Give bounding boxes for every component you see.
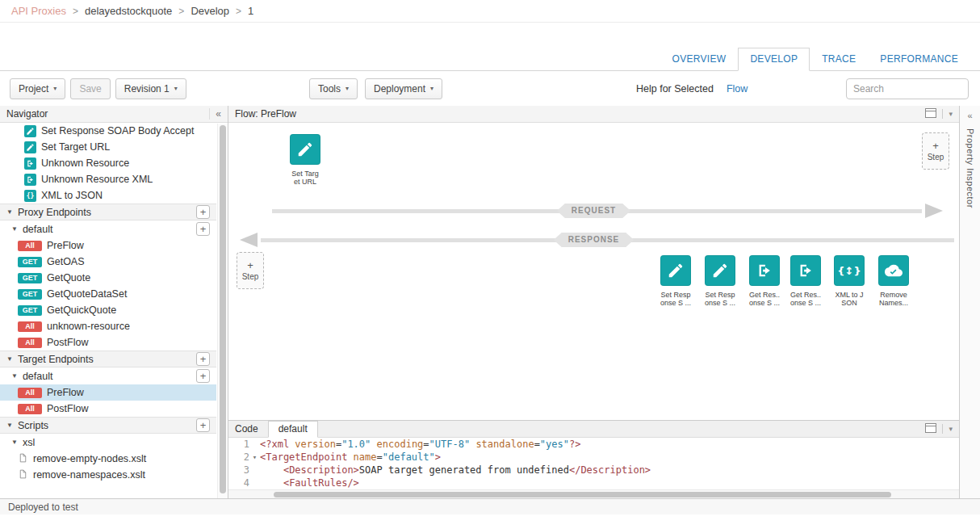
proxy-flow-getquickquote[interactable]: GET GetQuickQuote bbox=[0, 302, 216, 318]
breadcrumb-separator: > bbox=[178, 6, 184, 17]
group-target-default[interactable]: ▼ default + bbox=[0, 367, 216, 384]
group-scripts-xsl[interactable]: ▼ xsl bbox=[0, 434, 216, 451]
flow-canvas: Set Targ et URL + Step REQUEST bbox=[228, 123, 959, 420]
navigator-list: Set Response SOAP Body Accept Set Target… bbox=[0, 123, 228, 498]
fold-marker-icon bbox=[249, 477, 260, 489]
help-flow-link[interactable]: Flow bbox=[727, 83, 748, 94]
step-label: Set Targ et URL bbox=[285, 170, 325, 186]
triangle-down-icon[interactable]: ▼ bbox=[11, 439, 18, 446]
line-number: 4 bbox=[228, 477, 249, 489]
flow-step-get-response-2[interactable]: Get Res.. onse S ... bbox=[785, 255, 826, 307]
scrollbar-thumb[interactable] bbox=[220, 125, 226, 493]
layout-panels-icon[interactable] bbox=[925, 423, 936, 435]
response-label: RESPONSE bbox=[554, 233, 634, 247]
expand-left-icon[interactable]: « bbox=[967, 111, 972, 120]
add-step-button-response[interactable]: + Step bbox=[237, 252, 264, 289]
target-flow-postflow[interactable]: All PostFlow bbox=[0, 401, 216, 417]
layout-panels-icon[interactable] bbox=[925, 108, 936, 120]
triangle-down-icon[interactable]: ▼ bbox=[6, 208, 13, 216]
flow-step-remove-namespaces[interactable]: Remove Names... bbox=[873, 255, 914, 307]
navigator-title: Navigator bbox=[6, 108, 48, 120]
navigator-panel: Navigator « Set Response SOAP Body Accep… bbox=[0, 106, 228, 498]
triangle-down-icon[interactable]: ▼ bbox=[11, 372, 18, 380]
proxy-flow-preflow[interactable]: All PreFlow bbox=[0, 237, 216, 254]
method-badge: All bbox=[18, 388, 42, 398]
nav-item-label: XML to JSON bbox=[41, 190, 103, 201]
flow-step-xml-to-json[interactable]: {↕} XML to J SON bbox=[829, 255, 869, 307]
flow-step-set-target-url[interactable]: Set Targ et URL bbox=[285, 134, 325, 186]
proxy-flow-getquote[interactable]: GET GetQuote bbox=[0, 270, 216, 286]
code-line[interactable]: 3 <Description>SOAP target generated fro… bbox=[228, 464, 959, 477]
property-inspector-label: Property Inspector bbox=[965, 128, 975, 208]
code-line[interactable]: 2▾<TargetEndpoint name="default"> bbox=[228, 451, 959, 464]
fold-marker-icon[interactable]: ▾ bbox=[249, 451, 260, 464]
document-icon bbox=[18, 452, 28, 466]
section-scripts[interactable]: ▼ Scripts + bbox=[0, 417, 216, 434]
request-label: REQUEST bbox=[557, 204, 630, 218]
collapse-panel-icon[interactable]: ▾ bbox=[949, 425, 953, 433]
tools-menu-button[interactable]: Tools ▾ bbox=[309, 78, 358, 99]
code-horizontal-scrollbar[interactable] bbox=[228, 489, 959, 498]
tab-performance[interactable]: PERFORMANCE bbox=[868, 48, 970, 71]
nav-policy-xml-to-json[interactable]: {} XML to JSON bbox=[0, 187, 216, 204]
triangle-down-icon[interactable]: ▼ bbox=[11, 225, 18, 233]
code-content: <Description>SOAP target generated from … bbox=[260, 464, 651, 477]
breadcrumb-api-proxies[interactable]: API Proxies bbox=[11, 5, 66, 17]
code-line[interactable]: 4 <FaultRules/> bbox=[228, 477, 959, 489]
group-proxy-default[interactable]: ▼ default + bbox=[0, 220, 216, 237]
deployment-menu-button[interactable]: Deployment ▾ bbox=[365, 78, 442, 99]
navigator-scrollbar[interactable] bbox=[217, 124, 228, 498]
search-input[interactable] bbox=[846, 78, 969, 99]
script-file-remove-empty-nodes[interactable]: remove-empty-nodes.xslt bbox=[0, 451, 216, 467]
tab-trace[interactable]: TRACE bbox=[810, 48, 868, 71]
collapse-panel-icon[interactable]: ▾ bbox=[949, 110, 953, 118]
nav-resource-unknown-resource-xml[interactable]: Unknown Resource XML bbox=[0, 171, 216, 187]
nav-resource-unknown-resource[interactable]: Unknown Resource bbox=[0, 155, 216, 171]
triangle-down-icon[interactable]: ▼ bbox=[6, 422, 13, 429]
script-file-remove-namespaces[interactable]: remove-namespaces.xslt bbox=[0, 467, 216, 483]
code-header: Code default ▾ bbox=[228, 421, 959, 438]
group-label: default bbox=[23, 371, 53, 382]
tab-develop[interactable]: DEVELOP bbox=[738, 48, 810, 71]
bottom-gap bbox=[0, 514, 980, 529]
add-conditional-flow-button[interactable]: + bbox=[196, 222, 210, 236]
proxy-flow-postflow[interactable]: All PostFlow bbox=[0, 334, 216, 351]
add-target-endpoint-button[interactable]: + bbox=[196, 352, 210, 366]
property-inspector-strip[interactable]: « Property Inspector bbox=[959, 106, 980, 498]
code-line[interactable]: 1<?xml version="1.0" encoding="UTF-8" st… bbox=[228, 438, 959, 451]
section-target-endpoints[interactable]: ▼ Target Endpoints + bbox=[0, 351, 216, 367]
breadcrumb-develop[interactable]: Develop bbox=[191, 5, 229, 17]
project-menu-button[interactable]: Project ▾ bbox=[10, 78, 65, 99]
revision-menu-button[interactable]: Revision 1 ▾ bbox=[115, 78, 186, 99]
triangle-down-icon[interactable]: ▼ bbox=[6, 355, 13, 363]
proxy-flow-unknown-resource[interactable]: All unknown-resource bbox=[0, 318, 216, 334]
target-flow-preflow[interactable]: All PreFlow bbox=[0, 384, 216, 401]
breadcrumb-revision[interactable]: 1 bbox=[248, 5, 253, 17]
navigator-collapse-button[interactable]: « bbox=[209, 108, 221, 120]
save-button[interactable]: Save bbox=[70, 78, 110, 99]
flow-step-get-response-1[interactable]: Get Res.. onse S ... bbox=[744, 255, 785, 307]
code-editor[interactable]: 1<?xml version="1.0" encoding="UTF-8" st… bbox=[228, 438, 959, 498]
tab-overview[interactable]: OVERVIEW bbox=[660, 48, 739, 71]
help-for-selected-label: Help for Selected bbox=[636, 83, 714, 94]
breadcrumb-proxy-name[interactable]: delayedstockquote bbox=[85, 5, 172, 17]
flow-step-set-response-2[interactable]: Set Resp onse S ... bbox=[700, 255, 740, 307]
section-proxy-endpoints[interactable]: ▼ Proxy Endpoints + bbox=[0, 204, 216, 220]
flow-step-set-response-1[interactable]: Set Resp onse S ... bbox=[655, 255, 696, 307]
add-step-button-request[interactable]: + Step bbox=[922, 132, 949, 170]
method-badge: All bbox=[18, 404, 42, 414]
add-conditional-flow-button[interactable]: + bbox=[196, 369, 210, 383]
nav-item-label: Set Target URL bbox=[41, 141, 110, 153]
scrollbar-thumb[interactable] bbox=[274, 492, 891, 498]
plus-icon: + bbox=[932, 141, 939, 151]
export-icon bbox=[24, 174, 36, 186]
proxy-flow-getquotedataset[interactable]: GET GetQuoteDataSet bbox=[0, 286, 216, 302]
line-number: 3 bbox=[228, 464, 249, 477]
nav-policy-set-target-url[interactable]: Set Target URL bbox=[0, 139, 216, 155]
add-script-button[interactable]: + bbox=[196, 418, 210, 432]
fold-marker-icon bbox=[249, 464, 260, 477]
nav-policy-set-response-soap-body-accept[interactable]: Set Response SOAP Body Accept bbox=[0, 123, 216, 139]
code-tab-default[interactable]: default bbox=[268, 421, 318, 438]
add-proxy-endpoint-button[interactable]: + bbox=[196, 205, 210, 219]
proxy-flow-getoas[interactable]: GET GetOAS bbox=[0, 254, 216, 270]
